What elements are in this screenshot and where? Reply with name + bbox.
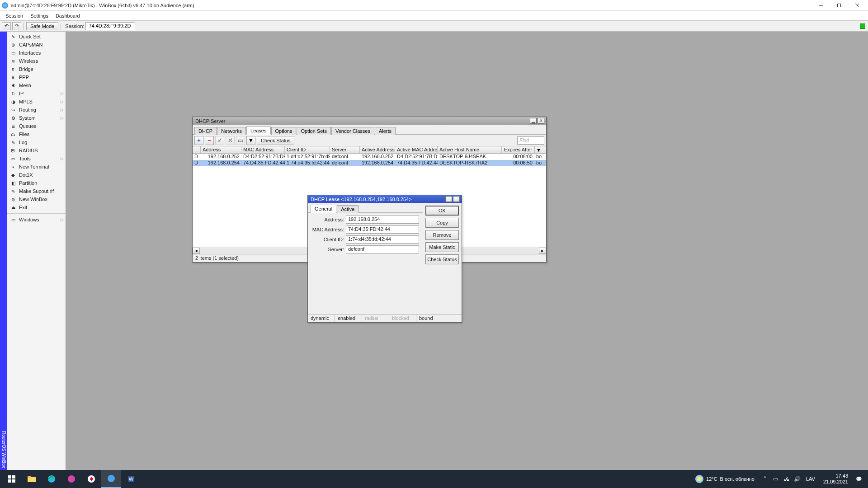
chevron-right-icon: ▷ bbox=[61, 156, 64, 161]
sidebar-item-interfaces[interactable]: ▭Interfaces bbox=[7, 49, 66, 57]
lease-titlebar[interactable]: DHCP Lease <192.168.0.254,192.168.0.254>… bbox=[308, 195, 462, 203]
server-field[interactable]: defconf bbox=[346, 245, 419, 253]
start-button[interactable] bbox=[2, 470, 22, 488]
winbox-taskbar-icon[interactable] bbox=[101, 470, 121, 488]
sidebar-item-tools[interactable]: ✂Tools▷ bbox=[7, 155, 66, 163]
dhcp-window-titlebar[interactable]: DHCP Server ▁ ✕ bbox=[193, 117, 546, 125]
tab-alerts[interactable]: Alerts bbox=[375, 127, 396, 135]
add-button[interactable]: + bbox=[194, 136, 203, 145]
sidebar-item-capsman[interactable]: ⊚CAPsMAN bbox=[7, 41, 66, 49]
dhcp-close-button[interactable]: ✕ bbox=[538, 118, 544, 124]
sidebar-item-windows[interactable]: ▭Windows▷ bbox=[7, 216, 66, 224]
comment-button[interactable]: ▭ bbox=[236, 136, 245, 145]
sidebar-item-radius[interactable]: ⛨RADIUS bbox=[7, 146, 66, 155]
scroll-right-icon[interactable]: ► bbox=[539, 248, 546, 254]
col-active-host[interactable]: Active Host Name bbox=[438, 146, 502, 153]
col-mac[interactable]: MAC Address bbox=[241, 146, 285, 153]
sidebar-item-queues[interactable]: ≣Queues bbox=[7, 122, 66, 130]
taskbar-clock[interactable]: 17:43 21.09.2021 bbox=[820, 473, 852, 485]
sidebar-item-make-supout-rif[interactable]: ✎Make Supout.rif bbox=[7, 187, 66, 195]
find-input[interactable]: Find bbox=[517, 136, 544, 145]
check-status-button[interactable]: Check Status bbox=[257, 136, 294, 145]
col-address[interactable]: Address bbox=[201, 146, 241, 153]
slack-icon[interactable]: ✱ bbox=[81, 470, 101, 488]
menu-session[interactable]: Session bbox=[2, 12, 27, 19]
redo-button[interactable]: ↷ bbox=[12, 22, 21, 30]
lease-minimize-button[interactable]: ▁ bbox=[445, 196, 452, 202]
tab-vendor-classes[interactable]: Vendor Classes bbox=[331, 127, 374, 135]
sidebar-icon: ↪ bbox=[10, 107, 16, 113]
col-active-address[interactable]: Active Address bbox=[360, 146, 395, 153]
sidebar-item-wireless[interactable]: ≋Wireless bbox=[7, 57, 66, 65]
sidebar-icon: ✎ bbox=[10, 188, 16, 194]
language-indicator[interactable]: LAV bbox=[804, 476, 817, 482]
remove-lease-button[interactable]: Remove bbox=[425, 230, 459, 240]
network-icon[interactable]: 🖧 bbox=[783, 475, 791, 483]
sidebar-item-ip[interactable]: ⚐IP▷ bbox=[7, 89, 66, 98]
ok-button[interactable]: OK bbox=[425, 206, 459, 216]
col-active-mac[interactable]: Active MAC Addre... bbox=[395, 146, 438, 153]
safe-mode-button[interactable]: Safe Mode bbox=[26, 22, 58, 30]
sidebar-item-mesh[interactable]: ✱Mesh bbox=[7, 81, 66, 89]
word-icon[interactable]: W bbox=[121, 470, 141, 488]
minimize-button[interactable] bbox=[812, 0, 830, 11]
lease-row[interactable]: D192.168.0.25474:D4:35:FD:42:441:74:d4:3… bbox=[193, 160, 546, 166]
sidebar-item-mpls[interactable]: ◑MPLS▷ bbox=[7, 98, 66, 106]
tab-leases[interactable]: Leases bbox=[246, 127, 270, 135]
sidebar-item-quick-set[interactable]: ✎Quick Set bbox=[7, 33, 66, 41]
mac-field[interactable]: 74:D4:35:FD:42:44 bbox=[346, 225, 419, 234]
teams-icon[interactable] bbox=[61, 470, 81, 488]
sidebar-item-files[interactable]: 🗀Files bbox=[7, 130, 66, 138]
check-status-lease-button[interactable]: Check Status bbox=[425, 254, 459, 264]
file-explorer-icon[interactable] bbox=[22, 470, 42, 488]
sidebar-item-label: PPP bbox=[19, 75, 29, 80]
session-field[interactable]: 74:4D:28:F9:99:2D bbox=[85, 22, 135, 30]
tab-dhcp[interactable]: DHCP bbox=[194, 127, 217, 135]
remove-button[interactable]: − bbox=[205, 136, 214, 145]
col-server[interactable]: Server bbox=[330, 146, 360, 153]
tab-option-sets[interactable]: Option Sets bbox=[297, 127, 330, 135]
sidebar-icon: ≣ bbox=[10, 123, 16, 129]
col-client-id[interactable]: Client ID bbox=[285, 146, 330, 153]
sidebar-item-bridge[interactable]: ¤Bridge bbox=[7, 65, 66, 73]
sidebar-item-new-winbox[interactable]: ⊚New WinBox bbox=[7, 195, 66, 203]
lease-tab-general[interactable]: General bbox=[311, 205, 336, 213]
action-center-icon[interactable]: 💬 bbox=[852, 470, 866, 488]
sidebar-item-exit[interactable]: ⏏Exit bbox=[7, 203, 66, 211]
lease-close-button[interactable]: ✕ bbox=[453, 196, 460, 202]
filter-button[interactable]: ▼ bbox=[246, 136, 255, 145]
sidebar-item-label: IP bbox=[19, 91, 24, 96]
columns-dropdown-icon[interactable]: ▼ bbox=[534, 146, 542, 153]
menu-dashboard[interactable]: Dashboard bbox=[52, 12, 84, 19]
edge-icon[interactable] bbox=[42, 470, 61, 488]
sidebar-item-partition[interactable]: ◧Partition bbox=[7, 179, 66, 187]
sidebar-item-dot1x[interactable]: ◆Dot1X bbox=[7, 171, 66, 179]
disable-button[interactable]: ✕ bbox=[226, 136, 235, 145]
tab-options[interactable]: Options bbox=[271, 127, 297, 135]
tray-chevron-up-icon[interactable]: ˄ bbox=[761, 475, 769, 483]
maximize-button[interactable] bbox=[830, 0, 848, 11]
sidebar-item-system[interactable]: ⚙System▷ bbox=[7, 114, 66, 122]
sidebar-item-label: CAPsMAN bbox=[19, 42, 43, 47]
lease-row[interactable]: D192.168.0.252D4:D2:52:91:7B:D91:d4:d2:5… bbox=[193, 154, 546, 160]
enable-button[interactable]: ✓ bbox=[215, 136, 224, 145]
sidebar-item-log[interactable]: ✎Log bbox=[7, 138, 66, 146]
dhcp-minimize-button[interactable]: ▁ bbox=[530, 118, 537, 124]
address-field[interactable]: 192.168.0.254 bbox=[346, 216, 419, 224]
lease-tab-active[interactable]: Active bbox=[337, 205, 359, 213]
menu-settings[interactable]: Settings bbox=[27, 12, 52, 19]
scroll-left-icon[interactable]: ◄ bbox=[193, 248, 200, 254]
battery-icon[interactable]: ▭ bbox=[772, 475, 780, 483]
make-static-button[interactable]: Make Static bbox=[425, 242, 459, 252]
close-button[interactable] bbox=[848, 0, 866, 11]
sidebar-item-ppp[interactable]: ≡PPP bbox=[7, 73, 66, 81]
sidebar-item-new-terminal[interactable]: ▪New Terminal bbox=[7, 163, 66, 171]
tab-networks[interactable]: Networks bbox=[217, 127, 246, 135]
client-id-field[interactable]: 1:74:d4:35:fd:42:44 bbox=[346, 235, 419, 244]
col-expires[interactable]: Expires After bbox=[502, 146, 534, 153]
undo-button[interactable]: ↶ bbox=[2, 22, 11, 30]
copy-button[interactable]: Copy bbox=[425, 218, 459, 228]
sidebar-item-routing[interactable]: ↪Routing▷ bbox=[7, 106, 66, 114]
volume-icon[interactable]: 🔊 bbox=[793, 475, 802, 483]
weather-widget[interactable]: 12°C В осн. облачно bbox=[692, 475, 758, 483]
